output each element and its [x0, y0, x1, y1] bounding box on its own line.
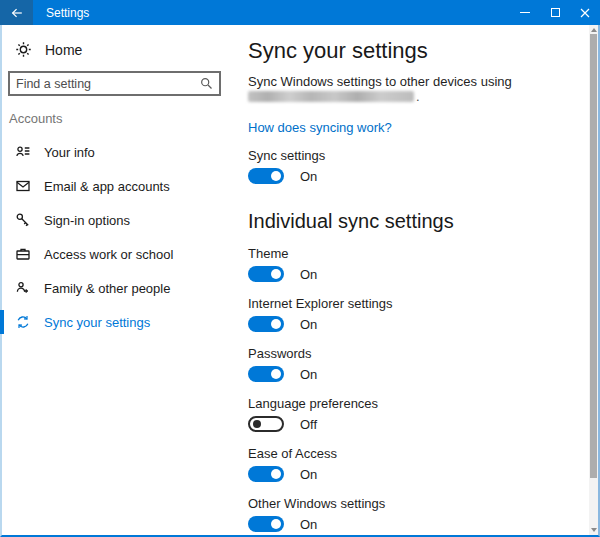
contact-card-icon	[15, 144, 31, 160]
how-does-syncing-work-link[interactable]: How does syncing work?	[248, 120, 392, 135]
sidebar-item-family-other-people[interactable]: Family & other people	[0, 271, 240, 305]
people-icon	[15, 280, 31, 296]
key-icon	[15, 212, 31, 228]
search-input[interactable]	[10, 77, 200, 91]
scroll-down-button[interactable]	[589, 525, 598, 535]
theme-toggle-state: On	[300, 267, 317, 282]
redacted-email	[248, 91, 414, 102]
sync-settings-label: Sync settings	[248, 148, 325, 163]
passwords-label: Passwords	[248, 346, 312, 361]
language-preferences-label: Language preferences	[248, 396, 378, 411]
back-button[interactable]	[0, 0, 33, 25]
other-windows-settings-toggle-state: On	[300, 517, 317, 532]
ease-of-access-toggle[interactable]	[248, 466, 284, 482]
briefcase-icon	[15, 246, 31, 262]
sync-settings-toggle[interactable]	[248, 168, 284, 184]
scrollbar-thumb[interactable]	[590, 34, 597, 478]
scroll-down-icon	[591, 528, 597, 532]
sidebar-item-email-accounts[interactable]: Email & app accounts	[0, 169, 240, 203]
theme-label: Theme	[248, 246, 288, 261]
passwords-toggle[interactable]	[248, 366, 284, 382]
ie-settings-toggle[interactable]	[248, 316, 284, 332]
sidebar-item-your-info[interactable]: Your info	[0, 135, 240, 169]
sidebar-item-home[interactable]: Home	[15, 41, 82, 58]
sidebar-item-label: Email & app accounts	[44, 179, 170, 194]
minimize-icon	[520, 12, 530, 13]
language-preferences-toggle[interactable]	[248, 416, 284, 432]
other-windows-settings-toggle-row: On	[248, 516, 317, 532]
language-preferences-toggle-state: Off	[300, 417, 317, 432]
ease-of-access-label: Ease of Access	[248, 446, 337, 461]
ie-settings-toggle-row: On	[248, 316, 317, 332]
sidebar-item-label: Your info	[44, 145, 95, 160]
sidebar-nav: Your info Email & app accounts Sign-in o…	[0, 135, 240, 339]
sidebar-home-label: Home	[45, 42, 82, 58]
titlebar: Settings	[0, 0, 600, 25]
magnifier-icon[interactable]	[200, 77, 213, 90]
ie-settings-toggle-state: On	[300, 317, 317, 332]
gear-icon	[15, 41, 32, 58]
window-title: Settings	[46, 6, 89, 20]
theme-toggle[interactable]	[248, 266, 284, 282]
close-button[interactable]	[570, 0, 600, 25]
other-windows-settings-toggle[interactable]	[248, 516, 284, 532]
sidebar-item-label: Access work or school	[44, 247, 173, 262]
sync-description: Sync Windows settings to other devices u…	[248, 74, 512, 89]
settings-window: Settings Home Accounts	[0, 0, 600, 537]
sync-settings-toggle-state: On	[300, 169, 317, 184]
sidebar-item-label: Family & other people	[44, 281, 170, 296]
search-box[interactable]	[8, 71, 221, 96]
sidebar-item-label: Sign-in options	[44, 213, 130, 228]
sidebar-item-sync-your-settings[interactable]: Sync your settings	[0, 305, 240, 339]
page-title: Sync your settings	[248, 38, 428, 64]
sidebar-section-accounts: Accounts	[9, 111, 62, 126]
passwords-toggle-state: On	[300, 367, 317, 382]
minimize-button[interactable]	[510, 0, 540, 25]
passwords-toggle-row: On	[248, 366, 317, 382]
other-windows-settings-label: Other Windows settings	[248, 496, 385, 511]
sync-settings-toggle-row: On	[248, 168, 317, 184]
language-preferences-toggle-row: Off	[248, 416, 317, 432]
close-icon	[580, 8, 590, 18]
scroll-up-icon	[591, 28, 597, 32]
ease-of-access-toggle-row: On	[248, 466, 317, 482]
window-controls	[510, 0, 600, 25]
sidebar-item-access-work-school[interactable]: Access work or school	[0, 237, 240, 271]
sidebar-item-label: Sync your settings	[44, 315, 150, 330]
maximize-icon	[551, 8, 560, 17]
back-arrow-icon	[10, 6, 24, 20]
ease-of-access-toggle-state: On	[300, 467, 317, 482]
email-suffix: .	[416, 89, 420, 104]
account-email-line: .	[248, 89, 420, 103]
section-title-individual-sync: Individual sync settings	[248, 210, 454, 233]
theme-toggle-row: On	[248, 266, 317, 282]
maximize-button[interactable]	[540, 0, 570, 25]
envelope-icon	[15, 178, 31, 194]
sync-icon	[15, 314, 31, 330]
sidebar-item-signin-options[interactable]: Sign-in options	[0, 203, 240, 237]
ie-settings-label: Internet Explorer settings	[248, 296, 393, 311]
scrollbar[interactable]	[589, 25, 598, 535]
